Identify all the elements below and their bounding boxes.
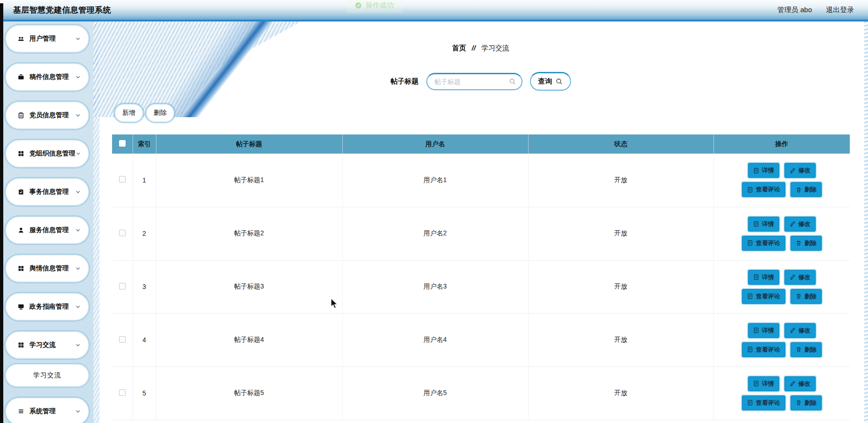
row-delete-button[interactable]: 删除 — [790, 236, 822, 251]
detail-button[interactable]: 详情 — [748, 217, 779, 232]
cell-username: 用户名5 — [342, 367, 528, 420]
detail-button[interactable]: 详情 — [748, 270, 779, 285]
chevron-down-icon — [75, 150, 81, 157]
cell-checkbox — [112, 154, 133, 207]
clipboard-check-icon — [18, 189, 24, 195]
sidebar-subitem-study-exchange-list[interactable]: 学习交流 — [6, 364, 89, 387]
trash-icon — [796, 187, 802, 193]
chevron-down-icon — [75, 35, 81, 42]
document-icon — [747, 187, 753, 193]
detail-button[interactable]: 详情 — [748, 323, 779, 338]
cell-checkbox — [112, 367, 133, 420]
search-field-label: 帖子标题 — [391, 77, 419, 86]
logout-link[interactable]: 退出登录 — [826, 6, 854, 14]
row-delete-button[interactable]: 删除 — [790, 182, 822, 197]
cell-index: 4 — [133, 313, 156, 367]
row-checkbox[interactable] — [119, 176, 126, 183]
breadcrumb-home[interactable]: 首页 — [452, 44, 466, 52]
detail-button[interactable]: 详情 — [748, 376, 779, 391]
view-comments-button[interactable]: 查看评论 — [742, 182, 785, 197]
query-button-label: 查询 — [538, 77, 552, 86]
sidebar-item-label: 学习交流 — [29, 341, 75, 349]
cell-status: 开放 — [528, 367, 713, 420]
search-row: 帖子标题 查询 — [93, 72, 868, 91]
row-checkbox[interactable] — [119, 336, 126, 343]
table-header-row: 索引 帖子标题 用户名 状态 操作 — [112, 134, 850, 154]
document-icon — [753, 274, 759, 280]
row-checkbox[interactable] — [119, 389, 126, 396]
sidebar-item-services[interactable]: 服务信息管理 — [6, 217, 89, 244]
decorative-corner-pattern — [93, 21, 301, 117]
trash-icon — [796, 293, 802, 299]
view-comments-button[interactable]: 查看评论 — [742, 289, 785, 304]
sidebar-item-gov-guide[interactable]: 政务指南管理 — [6, 293, 89, 320]
row-checkbox[interactable] — [119, 283, 126, 289]
cell-status: 开放 — [528, 207, 713, 260]
grid-icon — [18, 265, 24, 272]
sidebar-item-affairs[interactable]: 事务信息管理 — [6, 178, 89, 205]
sidebar: 用户管理稿件信息管理党员信息管理党组织信息管理事务信息管理服务信息管理舆情信息管… — [0, 21, 93, 423]
cell-title: 帖子标题1 — [156, 154, 342, 207]
cell-actions: 详情修改查看评论删除 — [713, 207, 850, 260]
view-comments-button[interactable]: 查看评论 — [742, 236, 785, 251]
window-left-edge — [0, 3, 3, 423]
cell-title: 帖子标题4 — [156, 313, 342, 367]
header-checkbox-cell — [112, 134, 133, 154]
monitor-icon — [18, 303, 24, 310]
sidebar-item-label: 党员信息管理 — [29, 111, 75, 120]
pencil-icon — [790, 274, 796, 280]
row-delete-button[interactable]: 删除 — [790, 342, 822, 357]
cell-actions: 详情修改查看评论删除 — [713, 260, 850, 313]
edit-button[interactable]: 修改 — [784, 323, 816, 338]
add-button[interactable]: 新增 — [115, 104, 143, 122]
view-comments-button[interactable]: 查看评论 — [742, 395, 785, 410]
sidebar-item-label: 政务指南管理 — [29, 303, 75, 311]
row-delete-button[interactable]: 删除 — [790, 289, 822, 304]
chevron-down-icon — [75, 112, 81, 119]
sidebar-item-system[interactable]: 系统管理 — [6, 398, 89, 423]
sidebar-item-label: 党组织信息管理 — [29, 149, 75, 158]
document-icon — [753, 221, 759, 227]
breadcrumb-current: 学习交流 — [481, 44, 509, 52]
sidebar-item-label: 舆情信息管理 — [29, 264, 75, 273]
sidebar-item-manuscripts[interactable]: 稿件信息管理 — [6, 63, 89, 91]
edit-button[interactable]: 修改 — [784, 217, 816, 232]
sidebar-item-study-exchange[interactable]: 学习交流 — [6, 331, 89, 359]
edit-button[interactable]: 修改 — [784, 270, 816, 285]
edit-button[interactable]: 修改 — [784, 376, 816, 391]
cell-status: 开放 — [528, 313, 713, 367]
header-title: 帖子标题 — [156, 134, 342, 154]
cell-index: 5 — [133, 367, 156, 420]
sidebar-item-party-orgs[interactable]: 党组织信息管理 — [6, 140, 89, 167]
delete-selected-button[interactable]: 删除 — [146, 104, 174, 122]
query-button[interactable]: 查询 — [530, 72, 571, 91]
cell-status: 开放 — [528, 154, 713, 207]
table-row: 1帖子标题1用户名1开放详情修改查看评论删除 — [112, 154, 850, 207]
chevron-down-icon — [75, 408, 81, 415]
header-user-area: 管理员 abo 退出登录 — [777, 6, 854, 14]
header-index: 索引 — [133, 134, 156, 154]
row-checkbox[interactable] — [119, 230, 126, 236]
app-header: 基层智慧党建信息管理系统 管理员 abo 退出登录 — [0, 0, 868, 21]
breadcrumb: 首页 // 学习交流 — [93, 44, 868, 53]
cell-checkbox — [112, 207, 133, 260]
cell-actions: 详情修改查看评论删除 — [713, 154, 850, 207]
cell-index: 2 — [133, 207, 156, 260]
sidebar-item-opinion[interactable]: 舆情信息管理 — [6, 255, 89, 282]
row-delete-button[interactable]: 删除 — [790, 395, 822, 410]
cell-actions: 详情修改查看评论删除 — [713, 367, 850, 420]
sidebar-item-party-members[interactable]: 党员信息管理 — [6, 102, 89, 129]
pencil-icon — [790, 221, 796, 227]
select-all-checkbox[interactable] — [119, 140, 126, 147]
table-row: 2帖子标题2用户名2开放详情修改查看评论删除 — [112, 207, 850, 260]
current-user[interactable]: 管理员 abo — [777, 6, 812, 14]
briefcase-icon — [18, 74, 24, 80]
search-input[interactable] — [435, 78, 506, 85]
edit-button[interactable]: 修改 — [784, 163, 816, 178]
pencil-icon — [790, 327, 796, 333]
sidebar-item-users[interactable]: 用户管理 — [6, 25, 89, 52]
chevron-down-icon — [75, 74, 81, 80]
detail-button[interactable]: 详情 — [748, 163, 779, 178]
cell-title: 帖子标题3 — [156, 260, 342, 313]
view-comments-button[interactable]: 查看评论 — [742, 342, 785, 357]
